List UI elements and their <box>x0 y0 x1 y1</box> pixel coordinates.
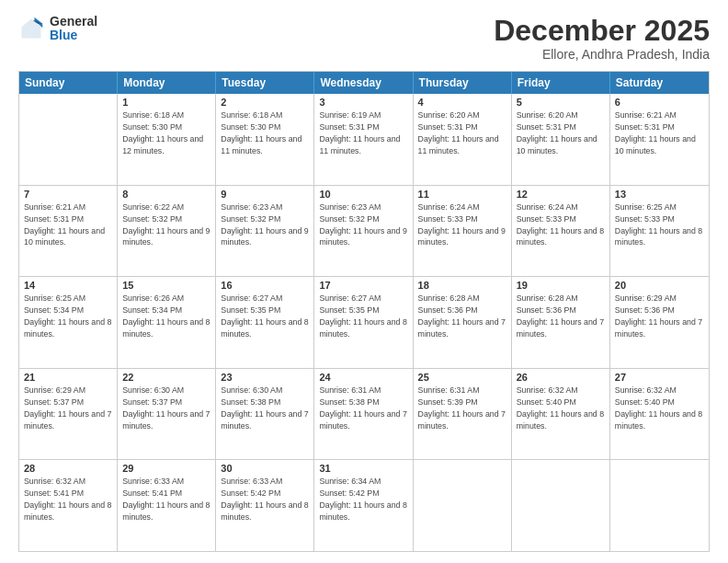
cell-w3-d4: 17 Sunrise: 6:27 AMSunset: 5:35 PMDaylig… <box>314 277 413 368</box>
header-friday: Friday <box>512 72 610 94</box>
day-info: Sunrise: 6:28 AMSunset: 5:36 PMDaylight:… <box>418 293 506 339</box>
day-info: Sunrise: 6:29 AMSunset: 5:36 PMDaylight:… <box>615 293 702 339</box>
cell-w2-d5: 11 Sunrise: 6:24 AMSunset: 5:33 PMDaylig… <box>414 186 512 277</box>
cell-w1-d1 <box>19 94 118 185</box>
cell-w1-d5: 4 Sunrise: 6:20 AMSunset: 5:31 PMDayligh… <box>414 94 512 185</box>
day-info: Sunrise: 6:26 AMSunset: 5:34 PMDaylight:… <box>122 293 210 339</box>
day-info: Sunrise: 6:30 AMSunset: 5:38 PMDaylight:… <box>221 385 308 431</box>
day-number: 25 <box>418 372 506 383</box>
day-number: 3 <box>319 97 407 108</box>
logo: General Blue <box>18 15 97 43</box>
cell-w1-d2: 1 Sunrise: 6:18 AMSunset: 5:30 PMDayligh… <box>118 94 216 185</box>
day-number: 27 <box>615 372 704 383</box>
cell-w3-d7: 20 Sunrise: 6:29 AMSunset: 5:36 PMDaylig… <box>610 277 709 368</box>
cell-w1-d7: 6 Sunrise: 6:21 AMSunset: 5:31 PMDayligh… <box>610 94 709 185</box>
day-number: 4 <box>418 97 506 108</box>
cell-w2-d7: 13 Sunrise: 6:25 AMSunset: 5:33 PMDaylig… <box>610 186 709 277</box>
cell-w4-d7: 27 Sunrise: 6:32 AMSunset: 5:40 PMDaylig… <box>610 369 709 460</box>
cell-w5-d6 <box>512 460 610 551</box>
day-number: 26 <box>517 372 605 383</box>
cell-w2-d6: 12 Sunrise: 6:24 AMSunset: 5:33 PMDaylig… <box>512 186 610 277</box>
day-number: 17 <box>319 280 407 291</box>
day-info: Sunrise: 6:31 AMSunset: 5:39 PMDaylight:… <box>418 385 506 431</box>
day-info: Sunrise: 6:24 AMSunset: 5:33 PMDaylight:… <box>517 202 604 247</box>
cell-w4-d6: 26 Sunrise: 6:32 AMSunset: 5:40 PMDaylig… <box>512 369 610 460</box>
header-saturday: Saturday <box>610 72 709 94</box>
day-info: Sunrise: 6:18 AMSunset: 5:30 PMDaylight:… <box>221 110 301 155</box>
day-number: 23 <box>221 372 309 383</box>
day-number: 24 <box>319 372 407 383</box>
calendar-header: Sunday Monday Tuesday Wednesday Thursday… <box>19 72 709 94</box>
page: General Blue December 2025 Ellore, Andhr… <box>0 0 728 563</box>
header-sunday: Sunday <box>19 72 118 94</box>
day-number: 14 <box>24 280 112 291</box>
day-number: 30 <box>221 463 309 474</box>
header-monday: Monday <box>118 72 216 94</box>
day-info: Sunrise: 6:33 AMSunset: 5:41 PMDaylight:… <box>122 477 210 522</box>
calendar: Sunday Monday Tuesday Wednesday Thursday… <box>18 71 710 552</box>
day-info: Sunrise: 6:23 AMSunset: 5:32 PMDaylight:… <box>221 202 308 247</box>
day-info: Sunrise: 6:23 AMSunset: 5:32 PMDaylight:… <box>319 202 406 247</box>
day-info: Sunrise: 6:18 AMSunset: 5:30 PMDaylight:… <box>122 110 203 155</box>
day-info: Sunrise: 6:32 AMSunset: 5:40 PMDaylight:… <box>615 385 702 431</box>
logo-text: General Blue <box>50 15 97 43</box>
day-number: 22 <box>122 372 210 383</box>
day-number: 31 <box>319 463 407 474</box>
logo-blue-text: Blue <box>50 29 97 42</box>
day-number: 9 <box>221 189 309 200</box>
day-info: Sunrise: 6:19 AMSunset: 5:31 PMDaylight:… <box>319 110 400 155</box>
day-number: 21 <box>24 372 112 383</box>
day-info: Sunrise: 6:34 AMSunset: 5:42 PMDaylight:… <box>319 477 406 522</box>
day-number: 7 <box>24 189 112 200</box>
cell-w5-d4: 31 Sunrise: 6:34 AMSunset: 5:42 PMDaylig… <box>314 460 413 551</box>
cell-w3-d6: 19 Sunrise: 6:28 AMSunset: 5:36 PMDaylig… <box>512 277 610 368</box>
cell-w5-d2: 29 Sunrise: 6:33 AMSunset: 5:41 PMDaylig… <box>118 460 216 551</box>
cell-w4-d3: 23 Sunrise: 6:30 AMSunset: 5:38 PMDaylig… <box>216 369 314 460</box>
day-number: 13 <box>615 189 704 200</box>
cell-w5-d3: 30 Sunrise: 6:33 AMSunset: 5:42 PMDaylig… <box>216 460 314 551</box>
day-info: Sunrise: 6:22 AMSunset: 5:32 PMDaylight:… <box>122 202 210 247</box>
cell-w2-d4: 10 Sunrise: 6:23 AMSunset: 5:32 PMDaylig… <box>314 186 413 277</box>
day-info: Sunrise: 6:32 AMSunset: 5:41 PMDaylight:… <box>24 477 111 522</box>
week-row-3: 14 Sunrise: 6:25 AMSunset: 5:34 PMDaylig… <box>19 277 709 369</box>
day-number: 18 <box>418 280 506 291</box>
day-info: Sunrise: 6:24 AMSunset: 5:33 PMDaylight:… <box>418 202 506 247</box>
cell-w3-d2: 15 Sunrise: 6:26 AMSunset: 5:34 PMDaylig… <box>118 277 216 368</box>
day-info: Sunrise: 6:27 AMSunset: 5:35 PMDaylight:… <box>319 293 406 339</box>
day-number: 28 <box>24 463 112 474</box>
day-info: Sunrise: 6:25 AMSunset: 5:34 PMDaylight:… <box>24 293 111 339</box>
day-info: Sunrise: 6:33 AMSunset: 5:42 PMDaylight:… <box>221 477 308 522</box>
day-number: 2 <box>221 97 309 108</box>
cell-w4-d5: 25 Sunrise: 6:31 AMSunset: 5:39 PMDaylig… <box>414 369 512 460</box>
day-number: 1 <box>122 97 210 108</box>
cell-w5-d7 <box>610 460 709 551</box>
cell-w2-d3: 9 Sunrise: 6:23 AMSunset: 5:32 PMDayligh… <box>216 186 314 277</box>
day-number: 15 <box>122 280 210 291</box>
header-wednesday: Wednesday <box>314 72 413 94</box>
calendar-body: 1 Sunrise: 6:18 AMSunset: 5:30 PMDayligh… <box>19 94 709 551</box>
header: General Blue December 2025 Ellore, Andhr… <box>18 15 710 62</box>
day-info: Sunrise: 6:28 AMSunset: 5:36 PMDaylight:… <box>517 293 604 339</box>
logo-icon <box>18 16 44 41</box>
day-number: 8 <box>122 189 210 200</box>
header-thursday: Thursday <box>414 72 512 94</box>
week-row-1: 1 Sunrise: 6:18 AMSunset: 5:30 PMDayligh… <box>19 94 709 186</box>
cell-w1-d3: 2 Sunrise: 6:18 AMSunset: 5:30 PMDayligh… <box>216 94 314 185</box>
cell-w3-d5: 18 Sunrise: 6:28 AMSunset: 5:36 PMDaylig… <box>414 277 512 368</box>
cell-w4-d2: 22 Sunrise: 6:30 AMSunset: 5:37 PMDaylig… <box>118 369 216 460</box>
day-number: 29 <box>122 463 210 474</box>
day-number: 12 <box>517 189 605 200</box>
day-number: 6 <box>615 97 704 108</box>
cell-w3-d3: 16 Sunrise: 6:27 AMSunset: 5:35 PMDaylig… <box>216 277 314 368</box>
day-number: 11 <box>418 189 506 200</box>
header-tuesday: Tuesday <box>216 72 314 94</box>
cell-w4-d4: 24 Sunrise: 6:31 AMSunset: 5:38 PMDaylig… <box>314 369 413 460</box>
day-info: Sunrise: 6:20 AMSunset: 5:31 PMDaylight:… <box>517 110 597 155</box>
day-info: Sunrise: 6:30 AMSunset: 5:37 PMDaylight:… <box>122 385 210 431</box>
day-number: 20 <box>615 280 704 291</box>
day-info: Sunrise: 6:21 AMSunset: 5:31 PMDaylight:… <box>24 202 105 247</box>
day-number: 5 <box>517 97 605 108</box>
location-subtitle: Ellore, Andhra Pradesh, India <box>494 47 710 62</box>
cell-w2-d1: 7 Sunrise: 6:21 AMSunset: 5:31 PMDayligh… <box>19 186 118 277</box>
day-info: Sunrise: 6:29 AMSunset: 5:37 PMDaylight:… <box>24 385 111 431</box>
